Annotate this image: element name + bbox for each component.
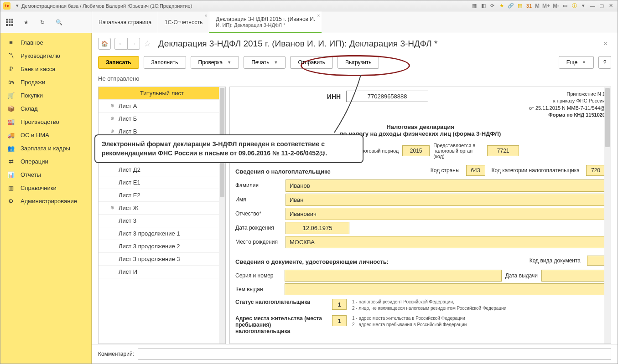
book-icon: ▥ (7, 185, 15, 191)
form-scrollbar[interactable] (604, 87, 611, 343)
sidebar-label: Зарплата и кадры (21, 145, 70, 152)
close-icon[interactable]: × (205, 13, 208, 18)
expand-icon[interactable]: ⊕ (110, 103, 116, 108)
doc-code-field[interactable] (587, 256, 605, 266)
titlebar-tool-1[interactable]: ▦ (470, 2, 478, 10)
sidebar-label: Производство (21, 118, 59, 125)
sidebar-item-bank[interactable]: ₽Банк и касса (0, 62, 91, 76)
chevron-down-icon: ▼ (227, 60, 231, 65)
tree-row-3[interactable]: Лист 3 (99, 215, 225, 227)
unload-button[interactable]: Выгрузить (338, 56, 379, 69)
help-button[interactable]: ? (598, 56, 611, 69)
tree-row-title[interactable]: Титульный лист (99, 87, 225, 100)
minimize-icon[interactable]: — (588, 2, 597, 10)
surname-field[interactable]: Иванов (286, 179, 605, 192)
organ-field[interactable]: 7721 (487, 145, 519, 156)
tree-row-e2[interactable]: Лист Е2 (99, 189, 225, 202)
close-page-button[interactable]: × (600, 38, 611, 50)
inn-field[interactable]: 770289658888 (346, 91, 428, 102)
dropdown-icon[interactable]: ▾ (13, 2, 21, 10)
m-button[interactable]: M (534, 3, 540, 9)
tree-scrollbar[interactable] (219, 87, 225, 343)
close-window-icon[interactable]: ✕ (607, 2, 615, 10)
tree-row-i[interactable]: Лист И (99, 266, 225, 278)
apps-icon[interactable] (5, 18, 14, 27)
sidebar-item-sales[interactable]: 🛍Продажи (0, 76, 91, 89)
category-field[interactable]: 720 (586, 165, 605, 176)
chart-icon: 〽 (7, 52, 15, 59)
search-icon[interactable]: 🔍 (54, 18, 63, 27)
tree-row-3c3[interactable]: Лист 3 продолжение 3 (99, 253, 225, 266)
maximize-icon[interactable]: ▢ (597, 2, 606, 10)
sidebar-item-main[interactable]: ≡Главное (0, 36, 91, 49)
m-minus-button[interactable]: M- (552, 3, 560, 9)
country-field[interactable]: 643 (466, 165, 485, 176)
titlebar-tool-2[interactable]: ◧ (479, 2, 488, 10)
tree-row-3c2[interactable]: Лист 3 продолжение 2 (99, 240, 225, 253)
sidebar-label: Справочники (21, 185, 57, 191)
issued-by-field[interactable] (285, 283, 605, 295)
back-button[interactable]: ← (114, 38, 127, 50)
link-icon[interactable]: 🔗 (507, 2, 515, 10)
panel-icon[interactable]: ▭ (561, 2, 569, 10)
info-icon[interactable]: ⓘ (570, 2, 578, 10)
pob-field[interactable]: МОСКВА (286, 236, 605, 248)
close-icon[interactable]: × (317, 13, 320, 18)
home-button[interactable]: 🏠 (98, 38, 111, 50)
info-dd-icon[interactable]: ▾ (579, 2, 587, 10)
star-icon[interactable]: ★ (21, 18, 31, 27)
serial-field[interactable] (285, 270, 502, 282)
favorite-icon[interactable]: ★ (498, 2, 506, 10)
tab-start[interactable]: Начальная страница (92, 11, 158, 33)
sidebar-item-operations[interactable]: ⇄Операции (0, 155, 91, 168)
calc-icon[interactable]: ▤ (516, 2, 524, 10)
m-plus-button[interactable]: M+ (541, 3, 551, 9)
sidebar-item-reports[interactable]: 📊Отчеты (0, 168, 91, 181)
more-button[interactable]: Еще▼ (559, 56, 594, 69)
expand-icon[interactable]: ⊕ (110, 128, 116, 134)
tree-row-zh[interactable]: ⊕Лист Ж (99, 202, 225, 215)
sidebar-item-warehouse[interactable]: 📦Склад (0, 102, 91, 115)
tab-reporting[interactable]: 1С-Отчетность× (158, 11, 209, 33)
check-button[interactable]: Проверка▼ (191, 56, 239, 69)
tab-declaration[interactable]: Декларация 3-НДФЛ 2015 г. (Иванов И. И. … (209, 11, 322, 33)
favorite-toggle[interactable]: ☆ (144, 39, 151, 49)
name-field[interactable]: Иван (286, 194, 605, 206)
print-button[interactable]: Печать▼ (244, 56, 286, 69)
tree-row-3c1[interactable]: Лист 3 продолжение 1 (99, 227, 225, 240)
document-heading: Сведения о документе, удостоверяющем лич… (235, 258, 523, 265)
tree-row-e1[interactable]: Лист Е1 (99, 176, 225, 189)
sidebar-label: Операции (21, 158, 48, 165)
sidebar-item-manager[interactable]: 〽Руководителю (0, 49, 91, 62)
history-icon[interactable]: ↻ (38, 18, 47, 27)
forward-button[interactable]: → (127, 38, 140, 50)
send-button[interactable]: Отправить (290, 56, 333, 69)
comment-input[interactable] (138, 348, 611, 360)
sidebar-item-admin[interactable]: ⚙Администрирование (0, 195, 91, 208)
patronymic-field[interactable]: Иванович (286, 208, 605, 220)
tree-row-b[interactable]: ⊕Лист Б (99, 113, 225, 125)
sidebar-item-os[interactable]: 🚚ОС и НМА (0, 128, 91, 142)
titlebar-tool-3[interactable]: ⟳ (488, 2, 497, 10)
dob-field[interactable]: 12.06.1975 (286, 222, 349, 234)
fill-button[interactable]: Заполнить (144, 56, 186, 69)
expand-icon[interactable]: ⊕ (110, 116, 116, 121)
calendar-icon[interactable]: 31 (525, 2, 533, 10)
sidebar-item-reference[interactable]: ▥Справочники (0, 181, 91, 195)
save-button[interactable]: Записать (98, 56, 139, 69)
menu-icon: ≡ (7, 39, 15, 46)
tree-row-a[interactable]: ⊕Лист А (99, 100, 225, 113)
window-title: Демонстрационная база / Любимов Валерий … (21, 3, 470, 9)
svg-rect-6 (6, 24, 8, 26)
svg-rect-7 (9, 24, 10, 26)
expand-icon[interactable]: ⊕ (110, 205, 116, 210)
addr-desc: 1 - адрес места жительства в Российской … (352, 315, 467, 328)
period-field[interactable]: 2015 (402, 145, 430, 156)
sidebar-item-purchases[interactable]: 🛒Покупки (0, 89, 91, 102)
issue-date-field[interactable] (541, 270, 605, 282)
tree-row-d2[interactable]: Лист Д2 (99, 164, 225, 176)
sidebar-item-salary[interactable]: 👥Зарплата и кадры (0, 142, 91, 155)
addr-field[interactable]: 1 (332, 315, 347, 326)
status-field[interactable]: 1 (332, 299, 347, 310)
sidebar-item-production[interactable]: 🏭Производство (0, 115, 91, 128)
